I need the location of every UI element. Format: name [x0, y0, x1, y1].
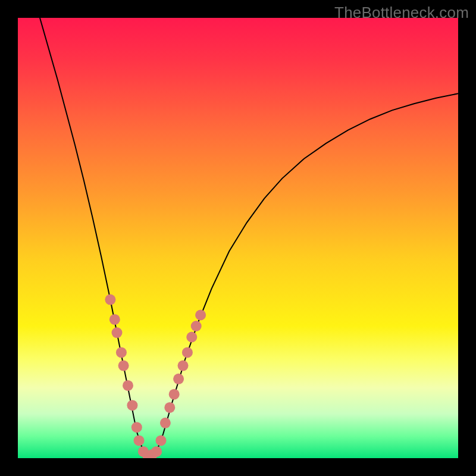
marker-dot	[109, 314, 120, 325]
marker-dot	[118, 361, 129, 371]
marker-dot	[169, 389, 180, 400]
marker-dot	[112, 327, 123, 338]
plot-area	[18, 18, 458, 458]
marker-dot	[195, 310, 206, 321]
marker-dot	[178, 361, 189, 371]
marker-dot	[105, 295, 115, 305]
marker-dot	[151, 446, 162, 457]
marker-dot	[164, 402, 175, 413]
marker-dot	[156, 435, 167, 446]
marker-dot	[182, 347, 193, 358]
bottleneck-chart	[18, 18, 458, 458]
marker-dot	[173, 374, 184, 384]
marker-dot	[134, 435, 145, 446]
marker-dot	[131, 422, 142, 433]
marker-dot	[186, 332, 197, 343]
marker-dot	[160, 418, 171, 428]
chart-frame: TheBottleneck.com	[0, 0, 476, 476]
marker-dot	[191, 321, 202, 331]
marker-dot	[116, 347, 127, 358]
watermark-text: TheBottleneck.com	[334, 4, 469, 22]
marker-dot	[127, 400, 137, 411]
marker-dot	[123, 380, 133, 391]
